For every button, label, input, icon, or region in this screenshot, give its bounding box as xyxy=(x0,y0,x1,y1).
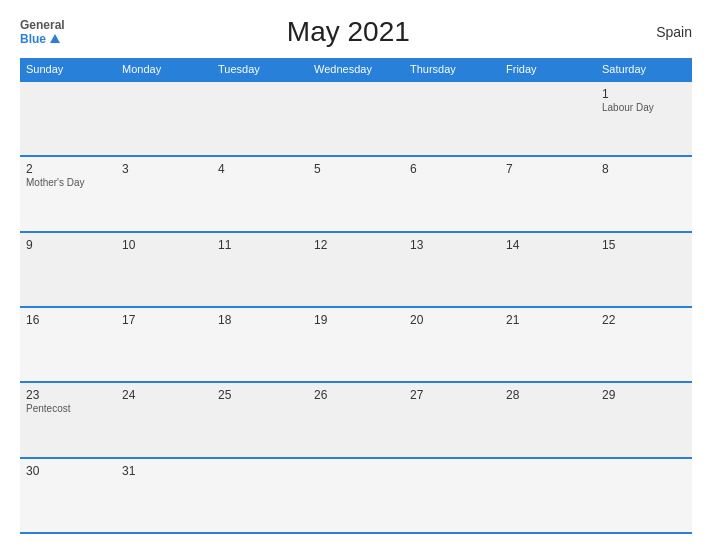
calendar-cell xyxy=(500,81,596,156)
calendar-cell: 19 xyxy=(308,307,404,382)
day-number: 28 xyxy=(506,388,590,402)
calendar-cell xyxy=(404,458,500,533)
day-number: 7 xyxy=(506,162,590,176)
week-row-1: 1Labour Day xyxy=(20,81,692,156)
day-number: 8 xyxy=(602,162,686,176)
day-number: 27 xyxy=(410,388,494,402)
calendar-table: SundayMondayTuesdayWednesdayThursdayFrid… xyxy=(20,58,692,534)
calendar-cell: 15 xyxy=(596,232,692,307)
calendar-cell xyxy=(308,81,404,156)
day-number: 25 xyxy=(218,388,302,402)
calendar-cell: 1Labour Day xyxy=(596,81,692,156)
week-row-4: 16171819202122 xyxy=(20,307,692,382)
week-row-2: 2Mother's Day345678 xyxy=(20,156,692,231)
calendar-cell xyxy=(20,81,116,156)
day-number: 10 xyxy=(122,238,206,252)
day-number: 11 xyxy=(218,238,302,252)
weekday-header-saturday: Saturday xyxy=(596,58,692,81)
day-number: 6 xyxy=(410,162,494,176)
calendar-cell: 29 xyxy=(596,382,692,457)
calendar-cell: 2Mother's Day xyxy=(20,156,116,231)
day-event: Mother's Day xyxy=(26,177,110,188)
weekday-header-thursday: Thursday xyxy=(404,58,500,81)
logo-general-text: General xyxy=(20,18,65,32)
calendar-cell xyxy=(596,458,692,533)
logo-triangle-icon xyxy=(50,34,60,43)
calendar-cell: 10 xyxy=(116,232,212,307)
day-number: 1 xyxy=(602,87,686,101)
calendar-cell: 27 xyxy=(404,382,500,457)
day-number: 5 xyxy=(314,162,398,176)
day-number: 17 xyxy=(122,313,206,327)
calendar-cell: 18 xyxy=(212,307,308,382)
weekday-header-wednesday: Wednesday xyxy=(308,58,404,81)
day-number: 18 xyxy=(218,313,302,327)
day-number: 9 xyxy=(26,238,110,252)
day-number: 15 xyxy=(602,238,686,252)
day-event: Pentecost xyxy=(26,403,110,414)
weekday-header-monday: Monday xyxy=(116,58,212,81)
calendar-cell: 11 xyxy=(212,232,308,307)
calendar-cell: 21 xyxy=(500,307,596,382)
weekday-header-sunday: Sunday xyxy=(20,58,116,81)
day-number: 19 xyxy=(314,313,398,327)
day-number: 23 xyxy=(26,388,110,402)
calendar-cell: 14 xyxy=(500,232,596,307)
calendar-cell: 23Pentecost xyxy=(20,382,116,457)
calendar-cell xyxy=(308,458,404,533)
calendar-cell: 13 xyxy=(404,232,500,307)
calendar-cell: 24 xyxy=(116,382,212,457)
week-row-5: 23Pentecost242526272829 xyxy=(20,382,692,457)
calendar-cell: 6 xyxy=(404,156,500,231)
calendar-cell: 3 xyxy=(116,156,212,231)
day-number: 3 xyxy=(122,162,206,176)
day-number: 22 xyxy=(602,313,686,327)
calendar-cell: 17 xyxy=(116,307,212,382)
day-number: 16 xyxy=(26,313,110,327)
calendar-cell: 7 xyxy=(500,156,596,231)
day-number: 21 xyxy=(506,313,590,327)
calendar-title: May 2021 xyxy=(65,16,632,48)
day-number: 13 xyxy=(410,238,494,252)
calendar-cell: 25 xyxy=(212,382,308,457)
day-number: 26 xyxy=(314,388,398,402)
calendar-cell xyxy=(212,458,308,533)
calendar-cell: 8 xyxy=(596,156,692,231)
week-row-6: 3031 xyxy=(20,458,692,533)
day-event: Labour Day xyxy=(602,102,686,113)
calendar-cell: 26 xyxy=(308,382,404,457)
calendar-cell: 31 xyxy=(116,458,212,533)
logo: General Blue xyxy=(20,18,65,47)
weekday-header-tuesday: Tuesday xyxy=(212,58,308,81)
calendar-cell: 22 xyxy=(596,307,692,382)
day-number: 30 xyxy=(26,464,110,478)
day-number: 14 xyxy=(506,238,590,252)
calendar-cell: 28 xyxy=(500,382,596,457)
day-number: 12 xyxy=(314,238,398,252)
calendar-cell xyxy=(212,81,308,156)
calendar-cell: 16 xyxy=(20,307,116,382)
logo-blue-text: Blue xyxy=(20,32,60,46)
day-number: 29 xyxy=(602,388,686,402)
country-label: Spain xyxy=(632,24,692,40)
calendar-cell: 5 xyxy=(308,156,404,231)
calendar-cell xyxy=(116,81,212,156)
weekday-header-friday: Friday xyxy=(500,58,596,81)
day-number: 2 xyxy=(26,162,110,176)
day-number: 4 xyxy=(218,162,302,176)
weekday-header-row: SundayMondayTuesdayWednesdayThursdayFrid… xyxy=(20,58,692,81)
calendar-cell xyxy=(500,458,596,533)
day-number: 20 xyxy=(410,313,494,327)
day-number: 31 xyxy=(122,464,206,478)
calendar-cell: 30 xyxy=(20,458,116,533)
calendar-cell: 9 xyxy=(20,232,116,307)
calendar-cell: 20 xyxy=(404,307,500,382)
week-row-3: 9101112131415 xyxy=(20,232,692,307)
day-number: 24 xyxy=(122,388,206,402)
calendar-cell: 12 xyxy=(308,232,404,307)
calendar-cell xyxy=(404,81,500,156)
calendar-header: General Blue May 2021 Spain xyxy=(20,16,692,48)
calendar-cell: 4 xyxy=(212,156,308,231)
